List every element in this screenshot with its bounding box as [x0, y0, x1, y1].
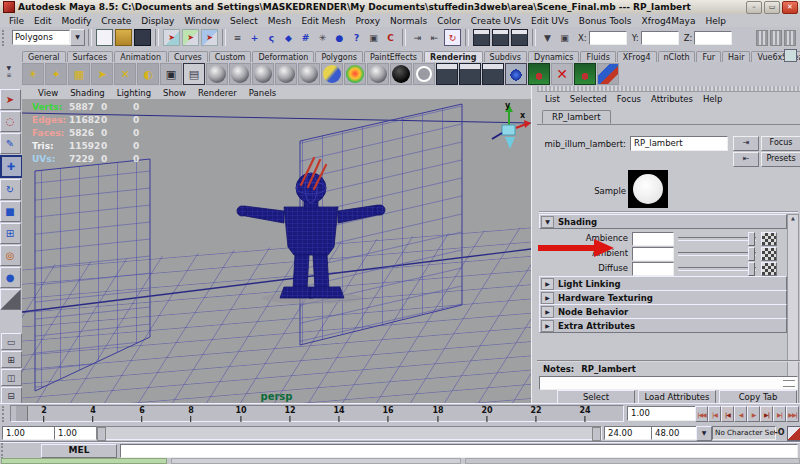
chevron-right-icon[interactable]: ▶: [541, 320, 554, 332]
shelf-tab-dynamics[interactable]: Dynamics: [528, 51, 579, 62]
camera-icon[interactable]: ▣: [160, 63, 182, 85]
menu-normals[interactable]: Normals: [385, 16, 432, 26]
ae-menu-focus[interactable]: Focus: [612, 94, 646, 104]
vp-menu-shading[interactable]: Shading: [64, 88, 111, 98]
chevron-right-icon[interactable]: ▶: [541, 306, 554, 318]
shelf-tab-surfaces[interactable]: Surfaces: [67, 51, 114, 62]
paint-effects-tool-icon[interactable]: [528, 63, 550, 85]
select-by-object-icon[interactable]: ➤: [182, 29, 199, 46]
last-tool-icon[interactable]: [0, 289, 21, 310]
shelf-tab-deformation[interactable]: Deformation: [252, 51, 314, 62]
open-scene-icon[interactable]: [115, 29, 132, 46]
menu-color[interactable]: Color: [432, 16, 466, 26]
menu-edit[interactable]: Edit: [29, 16, 56, 26]
two-pane-side-layout-icon[interactable]: ◫: [1, 369, 22, 386]
batch-render-icon[interactable]: [482, 63, 504, 85]
scale-tool-icon[interactable]: ■: [0, 201, 21, 222]
menu-display[interactable]: Display: [136, 16, 179, 26]
make-live-icon[interactable]: ✳: [315, 30, 330, 45]
attribute-slider[interactable]: [678, 247, 756, 259]
selection-mask-dropdown-icon[interactable]: ▼: [540, 30, 555, 45]
node-name-input[interactable]: RP_lambert: [630, 136, 728, 151]
ae-menu-attributes[interactable]: Attributes: [646, 94, 698, 104]
ae-menu-help[interactable]: Help: [698, 94, 727, 104]
step-forward-frame-button[interactable]: ▶|: [773, 406, 786, 422]
minimize-button[interactable]: –: [746, 1, 762, 14]
snap-to-curves-icon[interactable]: ς: [264, 30, 279, 45]
shelf-tab-ncloth[interactable]: nCloth: [658, 51, 696, 62]
surface-shader-icon[interactable]: [413, 63, 435, 85]
render-globals-icon[interactable]: ▤: [183, 63, 205, 85]
frame-tick[interactable]: 22: [530, 406, 541, 421]
vp-menu-view[interactable]: View: [32, 88, 64, 98]
map-texture-button[interactable]: [761, 232, 777, 246]
playback-start-field[interactable]: 1.00: [2, 426, 58, 440]
soft-modification-tool-icon[interactable]: ◎: [0, 245, 21, 266]
close-button[interactable]: ✕: [782, 1, 798, 14]
tab-rp-lambert[interactable]: RP_lambert: [542, 110, 611, 124]
auto-keyframe-toggle-icon[interactable]: [787, 426, 800, 441]
presets-button[interactable]: Presets: [761, 152, 800, 167]
construction-sphere-icon[interactable]: ●: [332, 30, 347, 45]
point-light-icon[interactable]: ☀: [22, 63, 44, 85]
shelf-tab-subdivs[interactable]: Subdivs: [484, 51, 527, 62]
play-forwards-button[interactable]: ▶: [747, 406, 760, 422]
section-hardware-texturing[interactable]: ▶ Hardware Texturing: [539, 290, 787, 305]
map-texture-button[interactable]: [761, 247, 777, 261]
slider-handle[interactable]: [748, 262, 755, 276]
frame-tick[interactable]: 14: [333, 406, 344, 421]
frame-tick[interactable]: 4: [90, 406, 96, 421]
shelf-tab-fluids[interactable]: Fluids: [580, 51, 615, 62]
lambert-material-icon[interactable]: [252, 63, 274, 85]
construction-history-icon[interactable]: ↻: [444, 29, 461, 46]
directional-light-icon[interactable]: ➤: [91, 63, 113, 85]
toolbar-grip[interactable]: [2, 406, 9, 422]
go-to-end-button[interactable]: ▶▶|: [786, 406, 799, 422]
menu-mesh[interactable]: Mesh: [263, 16, 297, 26]
frame-tick[interactable]: 20: [481, 406, 492, 421]
menu-create[interactable]: Create: [96, 16, 136, 26]
render-view-icon[interactable]: [505, 63, 527, 85]
slider-handle[interactable]: [748, 247, 755, 261]
rainbow-shader-icon[interactable]: [344, 63, 366, 85]
use-background-material-icon[interactable]: [390, 63, 412, 85]
maximize-button[interactable]: ▭: [764, 1, 780, 14]
snap-settings-icon[interactable]: ≡: [230, 30, 245, 45]
select-tool-icon[interactable]: ➤: [0, 89, 21, 110]
range-start-handle[interactable]: [97, 427, 106, 441]
menu-edit-uvs[interactable]: Edit UVs: [526, 16, 574, 26]
shelf-tab-hair[interactable]: Hair: [722, 51, 750, 62]
slider-handle[interactable]: [748, 232, 755, 246]
frame-tick[interactable]: 24: [579, 406, 590, 421]
shelf-tab-painteffects[interactable]: PaintEffects: [364, 51, 423, 62]
paint-effects-panel-icon[interactable]: [574, 63, 596, 85]
step-forward-key-button[interactable]: ▶|: [760, 406, 773, 422]
spot-light-icon[interactable]: ✦: [45, 63, 67, 85]
viewport-canvas[interactable]: y x Verts: 5887 0 0: [22, 99, 531, 403]
show-manipulator-tool-icon[interactable]: ●: [0, 267, 21, 288]
chevron-right-icon[interactable]: ▶: [541, 292, 554, 304]
show-input-connections-button[interactable]: ⇥: [733, 136, 759, 151]
phong-material-icon[interactable]: [275, 63, 297, 85]
mel-command-input[interactable]: [120, 444, 798, 458]
toolbar-grip[interactable]: [2, 30, 9, 46]
toolbar-grip[interactable]: [1, 443, 8, 459]
show-tool-settings-icon[interactable]: [770, 30, 782, 46]
y-coordinate-field[interactable]: [641, 31, 679, 45]
highlight-selection-icon[interactable]: ▣: [557, 30, 572, 45]
shelf-tab-rendering[interactable]: Rendering: [424, 51, 483, 62]
frame-tick[interactable]: 6: [139, 406, 145, 421]
save-scene-icon[interactable]: [134, 29, 151, 46]
ipr-render-icon[interactable]: [492, 29, 509, 46]
show-attribute-editor-icon[interactable]: [756, 30, 768, 46]
lock-icon[interactable]: ▣: [366, 30, 381, 45]
color-swatch[interactable]: [632, 232, 674, 246]
shelf-tab-fur[interactable]: Fur: [696, 51, 721, 62]
ramp-shader-icon[interactable]: [321, 63, 343, 85]
menu-select[interactable]: Select: [225, 16, 263, 26]
menu-proxy[interactable]: Proxy: [350, 16, 385, 26]
z-coordinate-field[interactable]: [694, 31, 732, 45]
current-time-indicator[interactable]: [16, 406, 28, 421]
set-key-icon[interactable]: -O: [773, 426, 786, 439]
render-current-frame-icon[interactable]: [436, 63, 458, 85]
